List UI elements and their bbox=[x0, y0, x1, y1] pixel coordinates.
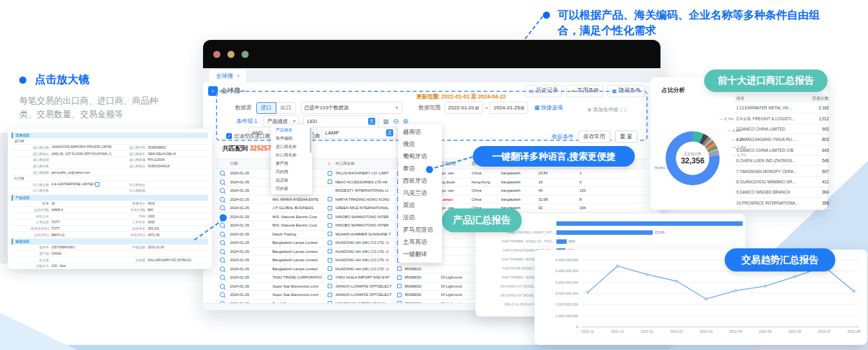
language-menu-item[interactable]: 越南语 bbox=[398, 126, 442, 138]
magnifier-icon[interactable] bbox=[220, 292, 225, 297]
magnifier-icon[interactable] bbox=[220, 197, 225, 202]
quick-options-link[interactable]: ▦ 快捷选项 bbox=[534, 104, 562, 112]
tab-global-search[interactable]: 全球搜 × bbox=[209, 69, 246, 82]
translate-icon[interactable]: 文 bbox=[368, 118, 375, 125]
rank-header: 排名 bbox=[736, 96, 803, 102]
grid-icon[interactable]: ▦ bbox=[383, 118, 389, 125]
reset-button[interactable]: 重 置 bbox=[615, 131, 637, 143]
bar bbox=[556, 221, 743, 226]
date-from-input[interactable]: 2022-01-01▦ bbox=[445, 102, 483, 114]
magnifier-icon[interactable] bbox=[220, 275, 225, 280]
sort-icon[interactable]: ⇅ bbox=[328, 161, 335, 166]
magnifier-icon[interactable] bbox=[220, 180, 225, 185]
link-icon[interactable] bbox=[328, 241, 332, 245]
add-condition-group-link[interactable]: ⊕ 添加条件组 ▯ ▯ bbox=[587, 106, 627, 113]
close-tab-icon[interactable]: × bbox=[236, 73, 240, 79]
magnifier-icon[interactable] bbox=[220, 240, 225, 245]
chevron-down-icon: ▾ bbox=[395, 105, 398, 111]
link-icon[interactable] bbox=[397, 266, 402, 271]
checkbox-filter-import[interactable]: ✓ bbox=[226, 133, 232, 139]
link-icon[interactable] bbox=[328, 214, 332, 219]
language-menu-item[interactable]: 英语 bbox=[398, 199, 442, 212]
link-icon[interactable] bbox=[328, 258, 332, 262]
add-group-label: 添加条件组 bbox=[593, 107, 619, 113]
collapse-conditions-link[interactable]: 收起条件 bbox=[552, 133, 574, 141]
field-menu-item[interactable]: 海关编码 bbox=[271, 134, 312, 143]
link-icon[interactable] bbox=[397, 275, 402, 280]
language-menu-item[interactable]: 法语 bbox=[398, 212, 442, 224]
layout-icons[interactable]: ▯ ▯ bbox=[620, 107, 627, 113]
translate-icon[interactable]: 文 bbox=[386, 129, 393, 136]
field-menu-item[interactable]: 起运港 bbox=[271, 176, 312, 185]
link-icon[interactable] bbox=[397, 284, 402, 288]
field-menu-item[interactable]: 出口商名称 bbox=[271, 151, 312, 160]
magnifier-note: 点击放大镜 每笔交易的出口商、进口商、商品种 类、交易数量、交易金额等 bbox=[19, 72, 158, 121]
magnifier-icon[interactable] bbox=[220, 223, 225, 228]
keyword-input-2[interactable]: LAMP文 bbox=[321, 127, 397, 139]
detail-section-header: 交易信息 bbox=[12, 133, 208, 138]
language-menu-item[interactable]: 泰语 bbox=[398, 163, 442, 175]
svg-text:2022-01: 2022-01 bbox=[641, 329, 653, 333]
link-icon[interactable] bbox=[328, 249, 332, 253]
detail-row: 原产国CHINA bbox=[12, 251, 208, 257]
link-icon[interactable] bbox=[328, 206, 332, 210]
close-window-icon[interactable] bbox=[213, 51, 220, 58]
field-value-1: 产品描述 bbox=[267, 118, 288, 125]
language-menu-item[interactable]: 葡萄牙语 bbox=[398, 151, 442, 163]
field-menu-item[interactable]: 原产国 bbox=[271, 160, 312, 168]
remove-condition-icon[interactable]: ⊖ bbox=[393, 118, 398, 125]
magnifier-icon[interactable] bbox=[220, 232, 225, 237]
bar-row: HAIR TRIMMER - MODEL NO - HT23...9000 bbox=[475, 237, 745, 246]
link-icon[interactable] bbox=[328, 171, 332, 176]
link-icon[interactable] bbox=[328, 232, 332, 236]
magnifier-icon[interactable] bbox=[220, 188, 225, 193]
ranking-row: 4.ZHANGJIAGANG YIHUA RU...803 bbox=[734, 134, 831, 145]
magnifier-icon[interactable] bbox=[220, 257, 225, 262]
link-icon[interactable] bbox=[328, 293, 332, 297]
field-menu-item[interactable]: 目的国 bbox=[271, 168, 312, 176]
detail-row: 进口商省份进口商邮编PIN-110006 bbox=[12, 157, 208, 163]
link-icon[interactable] bbox=[328, 223, 332, 228]
magnifier-icon[interactable] bbox=[220, 205, 225, 210]
group-label: 条件组 1 bbox=[236, 118, 260, 125]
results-number: 325257 bbox=[250, 145, 271, 152]
datasource-select[interactable]: 已选中103个数据源▾ bbox=[301, 102, 402, 114]
keyword-input-1[interactable]: LED文 bbox=[303, 115, 379, 127]
date-to-input[interactable]: 2024-01-25▦ bbox=[490, 102, 528, 114]
field-menu-item[interactable]: 进口商名称 bbox=[271, 143, 312, 151]
scrollbar[interactable] bbox=[310, 127, 312, 153]
magnifier-icon[interactable] bbox=[220, 170, 225, 176]
page: { "annotations": { "top_note": "可以根据产品、海… bbox=[0, 0, 868, 350]
svg-text:5,000,000,000: 5,000,000,000 bbox=[556, 269, 578, 273]
importer-ranking-table: 排名 贸易次数 1.CLEARWATER METAL VN ...2,1622.… bbox=[734, 94, 831, 208]
detail-subsection: 进口商 bbox=[12, 138, 208, 145]
field-menu-item[interactable]: 目的港 bbox=[271, 185, 312, 193]
count-header: 贸易次数 bbox=[803, 96, 829, 102]
language-menu-item[interactable]: 西班牙语 bbox=[398, 175, 442, 187]
save-favorite-button[interactable]: 保存常用 bbox=[578, 131, 610, 143]
link-icon[interactable] bbox=[397, 293, 402, 297]
magnifier-icon[interactable] bbox=[220, 266, 225, 272]
minimize-window-icon[interactable] bbox=[227, 51, 235, 58]
link-icon[interactable] bbox=[328, 180, 332, 184]
magnifier-icon[interactable] bbox=[220, 284, 225, 289]
language-menu-item[interactable]: 一键翻译 bbox=[398, 248, 442, 261]
language-menu-item[interactable]: 俄语 bbox=[398, 138, 442, 151]
link-icon[interactable] bbox=[328, 284, 332, 288]
link-icon[interactable] bbox=[95, 182, 100, 187]
link-icon[interactable] bbox=[328, 266, 332, 271]
update-range-text: 更新范围: 2021-01-01 至 2024-04-22 bbox=[416, 93, 506, 101]
link-icon[interactable] bbox=[328, 197, 332, 201]
maximize-window-icon[interactable] bbox=[242, 51, 249, 58]
language-menu-item[interactable]: 罗马尼亚语 bbox=[398, 224, 442, 236]
magnifier-icon[interactable] bbox=[220, 249, 225, 254]
detail-section-header: 产品信息 bbox=[12, 195, 208, 201]
field-menu-item[interactable]: 产品描述 bbox=[271, 126, 312, 134]
language-menu-item[interactable]: 土耳其语 bbox=[398, 236, 442, 248]
link-icon[interactable] bbox=[328, 275, 332, 280]
language-menu-item[interactable]: 乌克兰语 bbox=[398, 187, 442, 199]
import-toggle[interactable]: 进口 bbox=[256, 102, 276, 114]
detail-row: 提单号2357368HUNDJ申报日期2022-11-30 bbox=[12, 244, 208, 251]
export-toggle[interactable]: 出口 bbox=[276, 102, 296, 114]
translate-badge: 一键翻译多种语言,搜索更便捷 bbox=[473, 146, 635, 167]
